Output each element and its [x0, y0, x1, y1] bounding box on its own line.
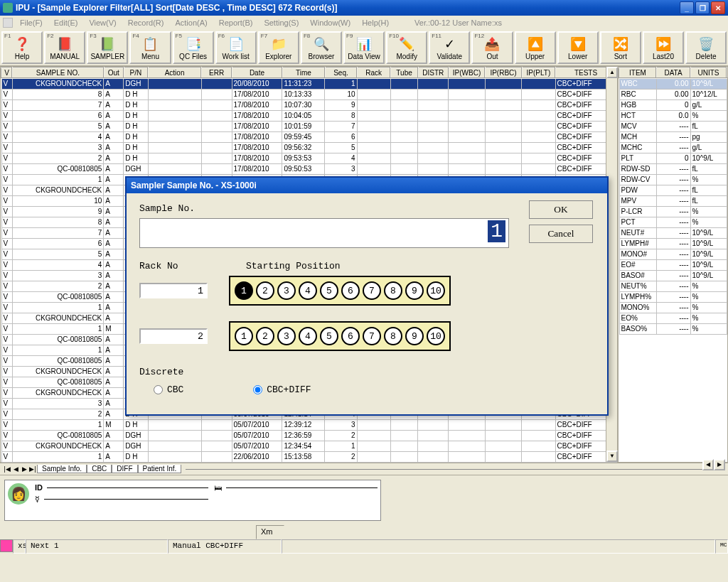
- menu-setting[interactable]: Setting(S): [259, 17, 303, 28]
- id-label: ID: [35, 483, 43, 492]
- toolbar-out[interactable]: F12📤Out: [471, 31, 513, 64]
- col-tube[interactable]: Tube: [390, 68, 418, 78]
- toolbar-validate[interactable]: F11✓Validate: [429, 31, 470, 64]
- menu-view[interactable]: View(V): [85, 17, 120, 28]
- tab-last-icon[interactable]: ▶|: [28, 465, 37, 473]
- table-row[interactable]: VCKGROUNDCHECKADGH05/07/201012:34:541CBC…: [1, 441, 616, 451]
- rack2-pos-10[interactable]: 10: [427, 327, 445, 345]
- cancel-button[interactable]: Cancel: [529, 225, 593, 243]
- col-ipwbc[interactable]: IP(WBC): [449, 68, 486, 78]
- result-row: RBC0.0010^12/L: [619, 89, 727, 99]
- hscroll-right-icon[interactable]: ▶: [714, 459, 725, 470]
- toolbar-menu[interactable]: F4📋Menu: [129, 31, 171, 64]
- toolbar-qc files[interactable]: F5📑QC Files: [173, 31, 214, 64]
- table-row[interactable]: V1AD H22/06/201015:13:582CBC+DIFF: [1, 451, 616, 462]
- rack1-pos-3[interactable]: 3: [277, 281, 296, 300]
- minimize-button[interactable]: _: [680, 1, 694, 14]
- toolbar-manual[interactable]: F2📕MANUAL: [44, 31, 85, 64]
- result-row: LYMPH#----10^9/L: [619, 238, 727, 249]
- toolbar-sampler[interactable]: F3📗SAMPLER: [87, 31, 128, 64]
- tab-next-icon[interactable]: ▶: [20, 465, 28, 473]
- close-button[interactable]: ✕: [711, 1, 725, 14]
- col-time[interactable]: Time: [282, 68, 325, 78]
- rack2-pos-2[interactable]: 2: [256, 327, 274, 345]
- result-row: MONO#----10^9/L: [619, 249, 727, 259]
- tab-patient-inf[interactable]: Patient Inf.: [138, 465, 182, 473]
- table-row[interactable]: VCKGROUNDCHECKADGH20/08/201011:31:231CBC…: [1, 78, 616, 89]
- table-row[interactable]: V8AD H17/08/201010:13:3310CBC+DIFF: [1, 89, 616, 99]
- hscroll-left-icon[interactable]: ◀: [702, 459, 714, 470]
- tab-first-icon[interactable]: |◀: [3, 465, 11, 473]
- col-distr[interactable]: DISTR: [418, 68, 449, 78]
- rack1-pos-10[interactable]: 10: [427, 281, 445, 300]
- rack1-pos-7[interactable]: 7: [363, 281, 381, 300]
- rack1-input[interactable]: [139, 283, 208, 298]
- toolbar-explorer[interactable]: F7📁Explorer: [258, 31, 299, 64]
- toolbar-work list[interactable]: F6📄Work list: [215, 31, 257, 64]
- toolbar-delete[interactable]: 🗑️Delete: [685, 31, 727, 64]
- rack1-pos-2[interactable]: 2: [256, 281, 274, 300]
- scroll-down-icon[interactable]: ▼: [606, 451, 618, 462]
- col-pn[interactable]: P/N: [124, 68, 148, 78]
- table-row[interactable]: V1MD H05/07/201012:39:123CBC+DIFF: [1, 419, 616, 430]
- table-row[interactable]: V6AD H17/08/201010:04:058CBC+DIFF: [1, 110, 616, 121]
- tab-sample-info[interactable]: Sample Info.: [37, 465, 87, 473]
- col-action[interactable]: Action: [148, 68, 201, 78]
- menu-record[interactable]: Record(R): [124, 17, 168, 28]
- toolbar-modify[interactable]: F10✏️Modify: [386, 31, 427, 64]
- rack1-pos-4[interactable]: 4: [299, 281, 317, 300]
- col-v[interactable]: V: [1, 68, 12, 78]
- rack2-pos-7[interactable]: 7: [363, 327, 381, 345]
- col-rack[interactable]: Rack: [357, 68, 390, 78]
- rack2-pos-4[interactable]: 4: [299, 327, 317, 345]
- col-iprbc[interactable]: IP(RBC): [485, 68, 522, 78]
- rack2-pos-5[interactable]: 5: [320, 327, 338, 345]
- toolbar-data view[interactable]: F9📊Data View: [343, 31, 385, 64]
- radio-cbcdiff[interactable]: CBC+DIFF: [253, 384, 311, 395]
- col-sampleno[interactable]: SAMPLE NO.: [12, 68, 104, 78]
- tab-prev-icon[interactable]: ◀: [11, 465, 20, 473]
- table-row[interactable]: VQC-00810805ADGH05/07/201012:36:592CBC+D…: [1, 430, 616, 441]
- sample-no-input[interactable]: 1: [139, 218, 509, 248]
- rack2-pos-8[interactable]: 8: [384, 327, 402, 345]
- table-row[interactable]: V4AD H17/08/201009:59:456CBC+DIFF: [1, 131, 616, 142]
- col-seq[interactable]: Seq.: [325, 68, 357, 78]
- toolbar-help[interactable]: F1❓Help: [1, 31, 43, 64]
- maximize-button[interactable]: ❐: [695, 1, 710, 14]
- col-err[interactable]: ERR: [201, 68, 232, 78]
- rack2-pos-6[interactable]: 6: [341, 327, 360, 345]
- table-row[interactable]: V5AD H17/08/201010:01:597CBC+DIFF: [1, 121, 616, 131]
- rack1-pos-5[interactable]: 5: [320, 281, 338, 300]
- menu-report[interactable]: Report(B): [215, 17, 257, 28]
- toolbar-upper[interactable]: 🔼Upper: [515, 31, 556, 64]
- tab-diff[interactable]: DIFF: [112, 465, 137, 473]
- menu-action[interactable]: Action(A): [171, 17, 211, 28]
- rack1-pos-8[interactable]: 8: [384, 281, 402, 300]
- table-row[interactable]: V7AD H17/08/201010:07:309CBC+DIFF: [1, 99, 616, 110]
- radio-cbc[interactable]: CBC: [154, 384, 183, 395]
- toolbar-lower[interactable]: 🔽Lower: [557, 31, 599, 64]
- toolbar-last20[interactable]: ⏩Last20: [643, 31, 684, 64]
- table-row[interactable]: V2AD H17/08/201009:53:534CBC+DIFF: [1, 153, 616, 163]
- rack2-pos-9[interactable]: 9: [405, 327, 424, 345]
- menu-edit[interactable]: Edit(E): [50, 17, 82, 28]
- rack2-pos-1[interactable]: 1: [235, 327, 253, 345]
- scroll-up-icon[interactable]: ▲: [606, 67, 618, 78]
- rack1-pos-6[interactable]: 6: [341, 281, 360, 300]
- col-date[interactable]: Date: [232, 68, 282, 78]
- tab-cbc[interactable]: CBC: [87, 465, 112, 473]
- toolbar-sort[interactable]: 🔀Sort: [600, 31, 641, 64]
- col-ipplt[interactable]: IP(PLT): [522, 68, 555, 78]
- ok-button[interactable]: OK: [529, 200, 593, 219]
- toolbar-browser[interactable]: F8🔍Browser: [301, 31, 342, 64]
- col-out[interactable]: Out: [104, 68, 124, 78]
- rack1-pos-9[interactable]: 9: [405, 281, 424, 300]
- rack2-pos-3[interactable]: 3: [277, 327, 296, 345]
- rack1-pos-1[interactable]: 1: [235, 281, 253, 300]
- menu-window[interactable]: Window(W): [306, 17, 355, 28]
- menu-file[interactable]: File(F): [16, 17, 47, 28]
- table-row[interactable]: V3AD H17/08/201009:56:325CBC+DIFF: [1, 142, 616, 153]
- table-row[interactable]: VQC-00810805ADGH17/08/201009:50:533CBC+D…: [1, 163, 616, 174]
- rack2-input[interactable]: [139, 328, 208, 344]
- menu-help[interactable]: Help(H): [358, 17, 393, 28]
